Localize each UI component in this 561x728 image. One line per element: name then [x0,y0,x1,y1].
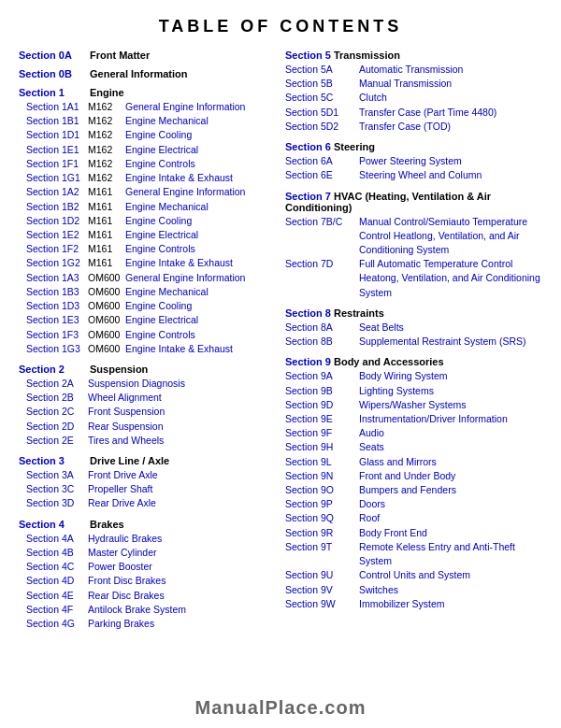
section-header-sec5: Section 5 Transmission [285,50,542,61]
list-item: Section 1A3OM600General Engine Informati… [19,271,276,285]
sub-num[interactable]: Section 9P [285,497,355,511]
list-item: Section 9UControl Units and System [285,568,542,582]
sub-num[interactable]: Section 5A [285,63,355,77]
sub-desc: Engine Controls [125,157,195,171]
sub-num[interactable]: Section 9B [285,384,355,398]
sub-num[interactable]: Section 1F2 [19,242,84,256]
sub-num[interactable]: Section 3A [19,468,84,482]
sub-num[interactable]: Section 1D1 [19,128,84,142]
section-num-sec7[interactable]: Section 7 [285,191,334,202]
sub-num[interactable]: Section 5B [285,77,355,91]
sub-num[interactable]: Section 4A [19,532,84,546]
sub-num[interactable]: Section 5D2 [285,120,355,134]
sub-num[interactable]: Section 1G2 [19,256,84,270]
sub-num[interactable]: Section 1F3 [19,328,84,342]
section-num-sec5[interactable]: Section 5 [285,50,334,61]
sub-num[interactable]: Section 9A [285,369,355,383]
sub-num[interactable]: Section 1A2 [19,185,84,199]
sub-num[interactable]: Section 7B/C [285,215,355,258]
sub-num[interactable]: Section 1D2 [19,214,84,228]
sub-num[interactable]: Section 9W [285,597,355,611]
section-num-sec0B[interactable]: Section 0B [19,68,84,79]
sub-desc: Suspension Diagnosis [88,377,185,391]
sub-num[interactable]: Section 4D [19,574,84,588]
sub-num[interactable]: Section 1B3 [19,285,84,299]
sub-desc: Engine Controls [125,328,195,342]
sub-desc: Body Front End [359,526,427,540]
list-item: Section 4GParking Brakes [19,617,276,631]
sub-entries-sec1: Section 1A1M162General Engine Informatio… [19,100,276,356]
sub-num[interactable]: Section 2E [19,434,84,448]
sub-num[interactable]: Section 1A1 [19,100,84,114]
sub-num[interactable]: Section 9H [285,440,355,454]
sub-num[interactable]: Section 1E3 [19,313,84,327]
section-num-sec9[interactable]: Section 9 [285,356,334,367]
sub-desc: Switches [359,583,398,597]
sub-num[interactable]: Section 4E [19,589,84,603]
sub-num[interactable]: Section 9D [285,398,355,412]
sub-num[interactable]: Section 2A [19,377,84,391]
sub-num[interactable]: Section 4F [19,603,84,617]
sub-num[interactable]: Section 1F1 [19,157,84,171]
sub-num[interactable]: Section 1B1 [19,114,84,128]
sub-num[interactable]: Section 4B [19,546,84,560]
sub-num[interactable]: Section 8B [285,335,355,349]
sub-num[interactable]: Section 9L [285,455,355,469]
sub-num[interactable]: Section 6A [285,154,355,168]
section-block-sec7: Section 7 HVAC (Heating, Ventilation & A… [285,191,542,300]
sub-num[interactable]: Section 1G1 [19,171,84,185]
section-num-sec8[interactable]: Section 8 [285,307,334,319]
sub-num[interactable]: Section 9T [285,540,355,568]
sub-desc: General Engine Information [125,271,245,285]
section-header-sec9: Section 9 Body and Accessories [285,356,542,367]
list-item: Section 7B/CManual Control/Semiauto Temp… [285,215,542,258]
list-item: Section 1B1M162Engine Mechanical [19,114,276,128]
sub-num[interactable]: Section 4G [19,617,84,631]
sub-num[interactable]: Section 9F [285,426,355,440]
sub-num[interactable]: Section 1B2 [19,200,84,214]
list-item: Section 1F2M161Engine Controls [19,242,276,256]
sub-num[interactable]: Section 6E [285,168,355,182]
section-block-sec6: Section 6 SteeringSection 6APower Steeri… [285,141,542,182]
section-title-sec6: Steering [334,141,375,152]
section-num-sec3[interactable]: Section 3 [19,455,84,466]
section-num-sec4[interactable]: Section 4 [19,519,84,530]
list-item: Section 9FAudio [285,426,542,440]
sub-num[interactable]: Section 5D1 [285,106,355,120]
sub-num[interactable]: Section 8A [285,321,355,335]
sub-num[interactable]: Section 1E1 [19,143,84,157]
sub-num[interactable]: Section 9R [285,526,355,540]
sub-num[interactable]: Section 7D [285,257,355,300]
sub-num[interactable]: Section 1E2 [19,228,84,242]
sub-num[interactable]: Section 9U [285,568,355,582]
sub-num[interactable]: Section 1G3 [19,342,84,356]
sub-num[interactable]: Section 4C [19,560,84,574]
sub-num[interactable]: Section 9V [285,583,355,597]
sub-num[interactable]: Section 9O [285,483,355,497]
sub-num[interactable]: Section 1D3 [19,299,84,313]
sub-desc: Seat Belts [359,321,404,335]
sub-num[interactable]: Section 5C [285,91,355,105]
sub-num[interactable]: Section 3D [19,496,84,510]
section-num-sec2[interactable]: Section 2 [19,364,84,375]
section-num-sec0A[interactable]: Section 0A [19,50,84,61]
section-num-sec6[interactable]: Section 6 [285,141,334,152]
list-item: Section 7DFull Automatic Temperature Con… [285,257,542,300]
section-header-sec6: Section 6 Steering [285,141,542,152]
sub-num[interactable]: Section 2B [19,391,84,405]
sub-num[interactable]: Section 3C [19,482,84,496]
list-item: Section 9VSwitches [285,583,542,597]
section-title-sec8: Restraints [334,307,384,319]
sub-num[interactable]: Section 9E [285,412,355,426]
sub-num[interactable]: Section 2D [19,420,84,434]
list-item: Section 9OBumpers and Fenders [285,483,542,497]
sub-num[interactable]: Section 1A3 [19,271,84,285]
sub-num[interactable]: Section 9Q [285,511,355,525]
list-item: Section 8BSupplemental Restraint System … [285,335,542,349]
sub-num[interactable]: Section 9N [285,469,355,483]
section-num-sec1[interactable]: Section 1 [19,87,84,98]
sub-num[interactable]: Section 2C [19,405,84,419]
sub-code: OM600 [88,342,122,356]
sub-code: OM600 [88,328,122,342]
sub-code: M161 [88,228,122,242]
